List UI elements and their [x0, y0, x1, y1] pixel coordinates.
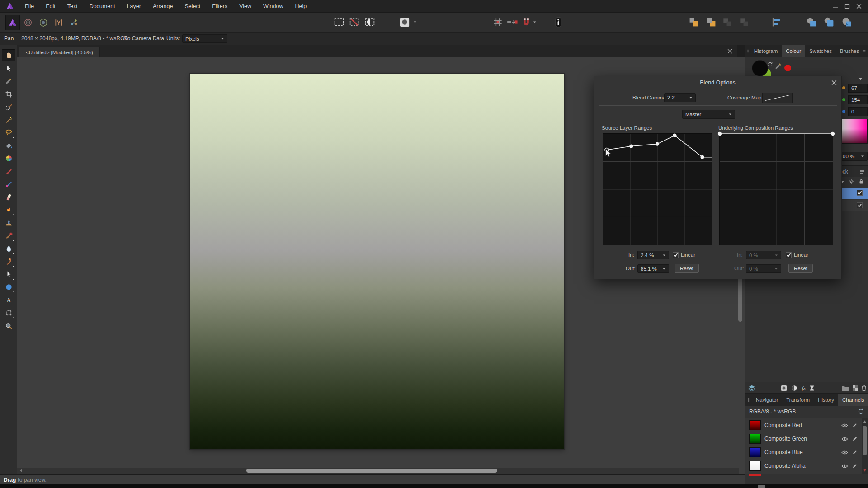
picked-colour-dot[interactable]: [784, 65, 791, 71]
flood-fill-tool[interactable]: [2, 140, 15, 152]
menu-layer[interactable]: Layer: [121, 0, 147, 13]
scroll-down-icon[interactable]: [863, 469, 866, 472]
source-reset-button[interactable]: Reset: [675, 264, 699, 273]
tab-history[interactable]: History: [814, 394, 838, 406]
minimize-icon[interactable]: [833, 4, 838, 9]
layers-icon[interactable]: [748, 385, 755, 391]
pencil-icon[interactable]: [852, 422, 858, 428]
underlying-linear-checkbox[interactable]: [786, 252, 792, 258]
healing-brush-tool[interactable]: [2, 230, 15, 242]
eye-icon[interactable]: [841, 464, 848, 469]
dialog-close-icon[interactable]: [831, 80, 837, 85]
channel-row[interactable]: Composite Blue: [745, 446, 862, 459]
snapping-grid-icon[interactable]: [492, 16, 504, 28]
colour-spectrum-box[interactable]: [841, 119, 868, 144]
crop-tool[interactable]: [2, 88, 15, 100]
node-tool[interactable]: [2, 268, 15, 281]
move-tool[interactable]: [2, 62, 15, 75]
layers-menu-icon[interactable]: [859, 169, 865, 174]
layer-effects-icon[interactable]: fx: [800, 385, 807, 391]
layer-row-selected[interactable]: [840, 188, 868, 199]
menu-select[interactable]: Select: [179, 0, 206, 13]
menu-edit[interactable]: Edit: [40, 0, 61, 13]
channel-select[interactable]: Master: [682, 110, 735, 119]
curve-node[interactable]: [718, 132, 722, 136]
eye-icon[interactable]: [841, 423, 848, 428]
quick-mask-caret-icon[interactable]: [413, 20, 417, 24]
tab-navigator[interactable]: Navigator: [752, 394, 782, 406]
marquee-subtract-icon[interactable]: [349, 16, 360, 28]
new-layer-icon[interactable]: [852, 385, 859, 391]
tab-channels[interactable]: Channels: [838, 394, 868, 406]
coverage-map-thumbnail[interactable]: [762, 93, 793, 103]
freehand-selection-tool[interactable]: [2, 127, 15, 139]
curve-node[interactable]: [673, 134, 676, 137]
gradient-tool[interactable]: [2, 152, 15, 164]
delete-layer-icon[interactable]: [861, 385, 867, 391]
curve-node[interactable]: [605, 148, 609, 152]
horizontal-scrollbar-thumb[interactable]: [246, 469, 497, 473]
colour-picker-tool[interactable]: [2, 75, 15, 87]
document-tab[interactable]: <Untitled> [Modified] (40.5%): [19, 47, 100, 57]
export-persona-button[interactable]: [67, 15, 81, 30]
opacity-select[interactable]: 00 %: [840, 152, 868, 161]
marquee-add-icon[interactable]: [333, 16, 345, 28]
close-icon[interactable]: [856, 4, 862, 9]
slider-value-field[interactable]: 0: [848, 107, 868, 116]
snapping-caret-icon[interactable]: [533, 20, 537, 24]
curve-node[interactable]: [656, 142, 659, 145]
source-linear-checkbox[interactable]: [673, 252, 679, 258]
channel-row[interactable]: Composite Green: [745, 432, 862, 446]
ellipse-tool[interactable]: [2, 281, 15, 293]
assistant-icon[interactable]: [552, 16, 564, 28]
arrange-back-icon[interactable]: [705, 16, 717, 28]
snap-move-icon[interactable]: [506, 16, 518, 28]
view-tool[interactable]: [2, 49, 15, 61]
channel-row[interactable]: Composite Alpha: [745, 459, 862, 473]
quick-mask-icon[interactable]: [399, 16, 410, 28]
eye-icon[interactable]: [841, 436, 848, 441]
underlying-ranges-graph[interactable]: [719, 133, 833, 245]
channels-scrollbar[interactable]: [862, 418, 868, 474]
new-group-icon[interactable]: [842, 385, 849, 391]
source-ranges-graph[interactable]: [603, 133, 712, 245]
boolean-subtract-icon[interactable]: [823, 16, 835, 28]
menu-window[interactable]: Window: [257, 0, 289, 13]
mask-layer-icon[interactable]: [781, 385, 787, 391]
scroll-up-icon[interactable]: [863, 420, 866, 423]
layer-visibility-checkbox[interactable]: [857, 190, 863, 196]
colour-model-caret-icon[interactable]: [859, 77, 863, 81]
tab-swatches[interactable]: Swatches: [805, 45, 836, 57]
menu-help[interactable]: Help: [289, 0, 313, 13]
colour-replacement-brush-tool[interactable]: [2, 178, 15, 190]
maximize-icon[interactable]: [844, 4, 850, 9]
menu-document[interactable]: Document: [84, 0, 121, 13]
source-out-select[interactable]: 85.1 %: [637, 264, 669, 273]
curve-node[interactable]: [629, 144, 633, 148]
menu-file[interactable]: File: [19, 0, 40, 13]
slider-value-field[interactable]: 154: [848, 95, 868, 104]
menu-text[interactable]: Text: [61, 0, 84, 13]
lock-icon[interactable]: [859, 179, 864, 184]
blur-brush-tool[interactable]: [2, 243, 15, 255]
text-tool[interactable]: A: [2, 294, 15, 306]
channels-scrollbar-thumb[interactable]: [863, 426, 867, 455]
arrange-forward-icon[interactable]: [688, 16, 700, 28]
curve-node[interactable]: [700, 155, 704, 159]
colour-picker-icon[interactable]: [774, 62, 782, 70]
burn-brush-tool[interactable]: [2, 204, 15, 216]
slider-value-field[interactable]: 67: [848, 84, 868, 93]
alignment-icon[interactable]: [770, 16, 782, 28]
panel-menu-icon[interactable]: [863, 49, 866, 53]
scroll-left-icon[interactable]: [19, 469, 23, 473]
units-select[interactable]: Pixels: [182, 34, 227, 43]
blend-gamma-select[interactable]: 2.2: [664, 93, 696, 102]
document-canvas[interactable]: [190, 74, 564, 449]
tab-colour[interactable]: Colour: [782, 45, 805, 57]
pencil-icon[interactable]: [852, 450, 858, 455]
vertical-scrollbar[interactable]: [738, 277, 742, 322]
boolean-add-icon[interactable]: [806, 16, 817, 28]
curve-node[interactable]: [831, 132, 835, 136]
clone-brush-tool[interactable]: [2, 217, 15, 229]
panel-grip-icon[interactable]: [747, 397, 751, 403]
